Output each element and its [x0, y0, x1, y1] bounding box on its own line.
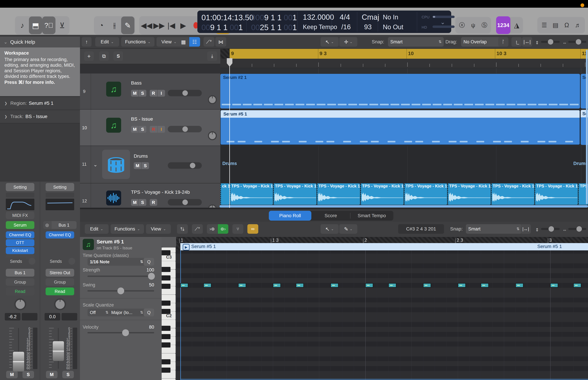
swing-slider[interactable]: [87, 290, 154, 292]
arrange-edit-menu[interactable]: Edit⌄: [95, 37, 119, 47]
pr-snap-select[interactable]: Smart⇅: [466, 224, 522, 234]
solo-button[interactable]: S: [139, 199, 146, 206]
midi-note-f#2[interactable]: [573, 283, 581, 287]
toolbar-icon[interactable]: ⊻: [56, 17, 69, 34]
track-header-panel-icon[interactable]: ⤓: [207, 51, 217, 61]
black-key-a#2[interactable]: [162, 267, 171, 272]
automation-mode-button[interactable]: Read: [6, 287, 34, 295]
pr-v-zoom-slider[interactable]: [541, 228, 560, 230]
output-button[interactable]: Bus 1: [6, 269, 34, 277]
lcd-chevron-down-icon[interactable]: ⌄: [440, 19, 445, 25]
fader-cap[interactable]: [53, 341, 64, 361]
region-inspector-row[interactable]: ❯ Region: Serum #5 1: [0, 96, 80, 110]
region-serum5-selected[interactable]: Serum #5 1: [220, 110, 580, 145]
track-inspector-row[interactable]: ❯ Track: BS - Issue: [0, 110, 80, 123]
black-key-f#2[interactable]: [162, 284, 171, 289]
setting-button[interactable]: Setting: [6, 183, 34, 191]
quick-help-icon[interactable]: ?⃝: [42, 17, 56, 34]
midi-note-f#2[interactable]: [180, 283, 188, 287]
record-enable-button[interactable]: R: [150, 199, 157, 206]
send-knob[interactable]: [29, 258, 35, 265]
volume-slider[interactable]: [168, 162, 202, 169]
arrange-view-menu[interactable]: View⌄: [156, 37, 181, 47]
add-track-button[interactable]: +: [84, 51, 94, 61]
solo-off-button[interactable]: S: [114, 51, 123, 61]
audio-region-tps[interactable]: TPS - Voyage - Kick 19-: [230, 183, 273, 205]
black-key-g#1[interactable]: [162, 334, 171, 339]
pr-region-header-bar[interactable]: ▶ Serum #5 1 Serum #5 1: [180, 243, 588, 250]
midi-note-f#2[interactable]: [481, 283, 489, 287]
midi-fx-button[interactable]: MIDI FX: [6, 212, 34, 219]
instrument-slot-button[interactable]: Serum: [6, 221, 34, 229]
midi-note-f#2[interactable]: [388, 283, 396, 287]
midi-note-f#2[interactable]: [515, 283, 523, 287]
mute-button[interactable]: M: [134, 162, 141, 169]
note-pads-icon[interactable]: ▤: [550, 16, 561, 34]
list-view-icon[interactable]: ☷: [189, 37, 200, 47]
list-editors-icon[interactable]: ☰: [539, 16, 550, 34]
pr-automation-icon[interactable]: ⟋°: [192, 224, 203, 234]
tab-score[interactable]: Score: [311, 211, 350, 221]
midi-note-f#2[interactable]: [331, 283, 338, 287]
group-button[interactable]: Group: [6, 278, 34, 286]
pr-pointer-tool[interactable]: ↖⌄: [321, 224, 339, 234]
output-button[interactable]: Stereo Out: [46, 269, 74, 277]
fader-cap[interactable]: [13, 352, 24, 372]
tab-smart-tempo[interactable]: Smart Tempo: [350, 211, 393, 221]
input-monitor-button[interactable]: I: [158, 90, 165, 97]
audio-fx-button[interactable]: OTT: [6, 239, 34, 246]
catch-up-icon[interactable]: ↑: [82, 37, 92, 47]
velocity-slider[interactable]: [87, 332, 154, 333]
audio-fx-button[interactable]: Channel EQ: [6, 231, 34, 238]
eq-thumbnail[interactable]: [46, 199, 74, 210]
v-zoom-slider[interactable]: [541, 41, 560, 43]
region-play-icon[interactable]: ▶: [183, 244, 190, 250]
solo-button[interactable]: S: [139, 90, 146, 97]
solo-mode-icon[interactable]: Ⓢ: [479, 16, 490, 34]
pan-knob[interactable]: [208, 95, 217, 104]
volume-slider[interactable]: [168, 199, 202, 206]
group-button[interactable]: Group: [46, 278, 74, 286]
automation-icon[interactable]: ⟋°: [204, 37, 214, 47]
send-knob[interactable]: [68, 258, 75, 265]
solo-button[interactable]: S: [22, 371, 34, 378]
media-browser-icon[interactable]: ♬: [572, 16, 584, 34]
ruler-tick-strip[interactable]: [220, 59, 588, 68]
black-key-c#2[interactable]: [162, 309, 171, 314]
pr-pencil-tool[interactable]: ✎⌄: [339, 224, 357, 234]
midi-note-f#2[interactable]: [458, 283, 466, 287]
forward-icon[interactable]: ▶▶: [153, 17, 165, 34]
pointer-tool-selector[interactable]: ↖⌄: [321, 37, 339, 47]
pr-h-fit-icon[interactable]: |↔|: [521, 224, 531, 234]
snap-select[interactable]: Smart⇅: [388, 37, 444, 47]
grid-view-icon[interactable]: ▦: [178, 37, 189, 47]
audio-fx-button[interactable]: Channel EQ: [46, 231, 74, 238]
audio-region-tps[interactable]: TPS - Voyage - Kick 19-: [447, 183, 491, 205]
h-zoom-slider[interactable]: [568, 41, 586, 43]
audio-region-tps[interactable]: TPS - Voyage - Kick 19-: [534, 183, 578, 205]
midi-note-f#2[interactable]: [423, 283, 431, 287]
record-enable-button[interactable]: R: [150, 126, 157, 133]
horizontal-auto-zoom-icon[interactable]: |↔|: [522, 37, 532, 47]
black-key-d#1[interactable]: [162, 359, 171, 364]
volume-slider[interactable]: [168, 90, 202, 96]
count-in-button[interactable]: 1234: [496, 16, 511, 34]
scale-mode-select[interactable]: Major (Io...⇅: [109, 308, 145, 316]
mixer-icon[interactable]: ⫲: [108, 17, 121, 34]
tuning-fork-icon[interactable]: ψ: [468, 16, 479, 34]
piano-roll-grid[interactable]: [176, 250, 588, 380]
pr-edit-menu[interactable]: Edit⌄: [85, 224, 109, 234]
black-key-c#3[interactable]: [162, 250, 171, 255]
pan-knob[interactable]: [208, 205, 217, 208]
duplicate-track-button[interactable]: ⧉: [99, 51, 109, 61]
arrange-functions-menu[interactable]: Functions⌄: [121, 37, 154, 47]
midi-note-f#2[interactable]: [204, 283, 211, 287]
audio-region-tps[interactable]: TPS - Voyage - Kick 19-: [360, 183, 404, 205]
solo-button[interactable]: S: [139, 126, 146, 133]
midi-note-f#2[interactable]: [550, 283, 558, 287]
pr-functions-menu[interactable]: Functions⌄: [111, 224, 144, 234]
pr-view-menu[interactable]: View⌄: [146, 224, 171, 234]
solo-button[interactable]: S: [142, 162, 149, 169]
strength-slider[interactable]: [87, 276, 154, 277]
inspector-toggle-icon[interactable]: ⬒: [29, 17, 42, 34]
